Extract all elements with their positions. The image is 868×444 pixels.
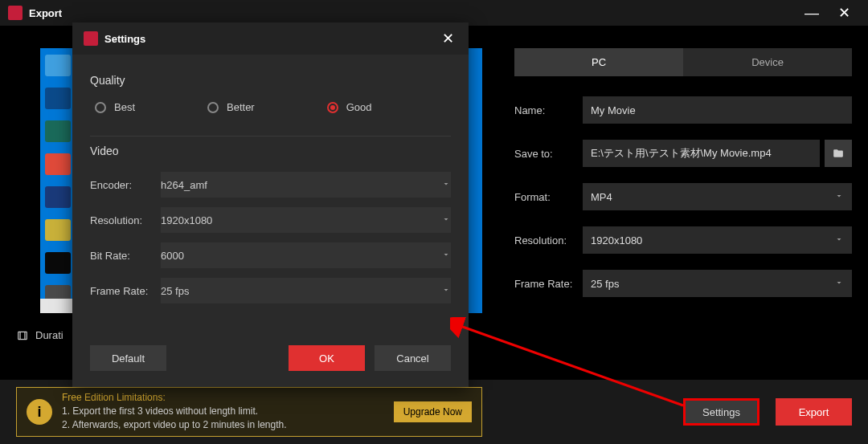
- tab-device[interactable]: Device: [683, 48, 852, 76]
- name-input[interactable]: [583, 96, 852, 124]
- limitations-line2: 2. Afterwards, export video up to 2 minu…: [62, 418, 287, 432]
- film-icon: [16, 330, 29, 341]
- quality-section-label: Quality: [90, 74, 451, 87]
- encoder-select[interactable]: h264_amf: [161, 172, 451, 198]
- settings-button[interactable]: Settings: [683, 398, 760, 426]
- radio-icon: [327, 102, 338, 113]
- save-to-input[interactable]: [583, 140, 820, 167]
- resolution-label: Resolution:: [514, 234, 583, 246]
- ok-button[interactable]: OK: [289, 345, 365, 371]
- radio-icon: [95, 102, 106, 113]
- chevron-down-icon: [834, 234, 844, 246]
- encoder-label: Encoder:: [90, 179, 161, 191]
- folder-icon: [832, 148, 845, 159]
- save-to-label: Save to:: [514, 148, 583, 160]
- chevron-down-icon: [834, 278, 844, 290]
- modal-framerate-label: Frame Rate:: [90, 285, 161, 297]
- upgrade-button[interactable]: Upgrade Now: [394, 401, 472, 422]
- modal-title: Settings: [104, 33, 438, 45]
- close-window-button[interactable]: ✕: [828, 0, 860, 26]
- duration-label: Durati: [35, 329, 63, 341]
- format-select[interactable]: MP4: [583, 183, 852, 210]
- app-icon: [84, 31, 98, 46]
- chevron-down-icon: [834, 191, 844, 203]
- video-section-label: Video: [90, 145, 451, 157]
- chevron-down-icon: [441, 214, 451, 226]
- svg-rect-0: [18, 332, 27, 339]
- modal-close-button[interactable]: ✕: [438, 30, 457, 47]
- framerate-select[interactable]: 25 fps: [583, 270, 852, 297]
- bitrate-label: Bit Rate:: [90, 250, 161, 262]
- info-icon: i: [27, 399, 52, 425]
- tab-pc[interactable]: PC: [514, 48, 683, 76]
- settings-modal: Settings ✕ Quality Best Better Good Vide…: [72, 22, 469, 387]
- export-tabs: PC Device: [514, 48, 852, 76]
- app-icon: [8, 6, 23, 20]
- modal-resolution-select[interactable]: 1920x1080: [161, 207, 451, 233]
- cancel-button[interactable]: Cancel: [375, 345, 451, 371]
- export-button[interactable]: Export: [776, 398, 852, 426]
- bitrate-select[interactable]: 6000: [161, 242, 451, 268]
- window-title: Export: [29, 7, 796, 19]
- chevron-down-icon: [441, 285, 451, 297]
- modal-resolution-label: Resolution:: [90, 214, 161, 226]
- modal-framerate-select[interactable]: 25 fps: [161, 278, 451, 303]
- radio-icon: [207, 102, 219, 113]
- quality-good-radio[interactable]: Good: [327, 101, 372, 113]
- chevron-down-icon: [441, 250, 451, 262]
- quality-best-radio[interactable]: Best: [95, 101, 135, 113]
- limitations-line1: 1. Export the first 3 videos without len…: [62, 405, 287, 418]
- framerate-label: Frame Rate:: [514, 278, 583, 290]
- format-label: Format:: [514, 191, 583, 203]
- name-label: Name:: [514, 104, 583, 116]
- limitations-notice: i Free Edition Limitations: 1. Export th…: [16, 387, 482, 437]
- limitations-header: Free Edition Limitations:: [62, 392, 287, 403]
- browse-folder-button[interactable]: [825, 140, 852, 167]
- default-button[interactable]: Default: [90, 345, 166, 371]
- minimize-button[interactable]: —: [796, 0, 828, 26]
- resolution-select[interactable]: 1920x1080: [583, 226, 852, 254]
- chevron-down-icon: [441, 179, 451, 191]
- quality-better-radio[interactable]: Better: [207, 101, 255, 113]
